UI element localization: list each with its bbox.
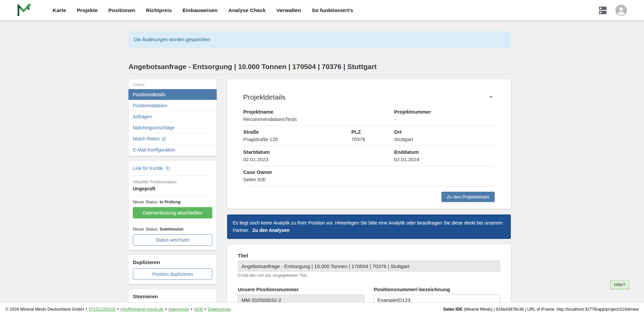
divider [133, 195, 212, 196]
nav-item-verwalten[interactable]: Verwalten [271, 0, 306, 20]
minus-icon: − [489, 93, 493, 100]
page-content: Die Änderungen wurden gespeichert Angebo… [128, 20, 511, 316]
copyright-text: © 2026 Mineral Minds Deutschland GmbH [5, 307, 84, 312]
footer-email-link[interactable]: info@mineral-minds.de [120, 307, 164, 312]
current-status-label: Aktueller Positionsstatus: [133, 180, 212, 184]
saved-success-alert: Die Änderungen wurden gespeichert [128, 31, 511, 48]
sidebar-item-positionsdateien[interactable]: Positionsdateien [128, 100, 217, 111]
separator: • [165, 307, 167, 312]
user-avatar[interactable] [615, 4, 627, 16]
customer-link-label: Link für Kunde [133, 166, 163, 171]
main-nav: Karte Projekte Positionen Richtpreis Ein… [47, 0, 359, 20]
new-status-label: Neuer Status: [133, 227, 158, 232]
field-plz: PLZ 70376 [352, 126, 394, 146]
sidebar-item-label: Matchingvorschläge [133, 125, 175, 130]
new-status-value: In Prüfung [160, 200, 181, 204]
divider [133, 175, 212, 176]
nav-item-karte[interactable]: Karte [47, 0, 71, 20]
page-title: Angebotsanfrage - Entsorgung | 10.000 To… [128, 63, 511, 74]
new-status-in-pruefung: Neuer Status: In Prüfung [133, 200, 212, 204]
field-case-owner: Case Owner Selen IDE [243, 166, 495, 186]
nav-item-so-funktionierts[interactable]: So funktioniert's [307, 0, 359, 20]
footer-phone-link[interactable]: 07151/250100 [89, 307, 116, 312]
field-ort: Ort Stuttgart [394, 126, 495, 146]
divider [133, 223, 212, 223]
copy-icon [165, 166, 170, 171]
avatar-icon [615, 4, 627, 16]
complete-data-entry-button[interactable]: Datenerfassung abschließen [133, 207, 212, 218]
links-header: LINKS [128, 79, 217, 89]
our-position-number-label: Unsere Positionsnummer [238, 287, 364, 292]
new-status-label: Neuer Status: [133, 200, 158, 204]
collapse-card-button[interactable]: − [487, 93, 495, 101]
nav-item-richtpreis[interactable]: Richtpreis [141, 0, 177, 20]
status-card: Link für Kunde Aktueller Positionsstatus… [128, 161, 217, 250]
footer-impressum-link[interactable]: Impressum [168, 307, 189, 312]
sidebar-item-email-konfiguration[interactable]: E-Mail Konfiguration [128, 144, 217, 155]
custom-position-number-label: Positionsnummer/-bezeichnung [374, 287, 500, 292]
help-button[interactable]: Hilfe? [610, 280, 629, 289]
field-projektnummer: Projektnummer - [394, 106, 495, 126]
nav-item-projekte[interactable]: Projekte [71, 0, 103, 20]
app-footer: © 2026 Mineral Minds Deutschland GmbH • … [0, 302, 644, 316]
separator: • [205, 307, 206, 312]
field-projektname: Projektname RecommendationsTests [243, 106, 394, 126]
field-startdatum: Startdatum 02.01.2023 [243, 146, 394, 166]
session-user: Selen IDE [443, 307, 463, 312]
project-details-grid: Projektname RecommendationsTests Projekt… [243, 106, 495, 186]
separator: • [191, 307, 192, 312]
session-details: (Mineral Minds) | 816e43878c38 | URL of … [463, 307, 639, 312]
field-enddatum: Enddatum 02.01.2024 [394, 146, 495, 166]
new-status-value: Submission [160, 227, 183, 232]
left-sidebar: LINKS Positionsdetails Positionsdateien … [128, 79, 217, 316]
navbar-actions [598, 4, 627, 16]
project-details-title: Projektdetails [243, 93, 285, 101]
sidebar-item-label: Anfragen [133, 114, 152, 119]
go-to-project-details-button[interactable]: Zu den Projektdetails [441, 192, 495, 202]
nav-item-positionen[interactable]: Positionen [103, 0, 141, 20]
sidebar-item-label: Match finden [133, 136, 160, 141]
sidebar-item-label: Positionsdetails [133, 92, 165, 97]
duplicate-card: Duplizieren Position duplizieren [128, 255, 217, 284]
titel-help: Erhält den von uns vorgegebenen Titel. [238, 273, 500, 278]
duplicate-position-button[interactable]: Position duplizieren [133, 268, 212, 280]
current-status-value: Ungeprüft [133, 186, 212, 191]
footer-session-info: Selen IDE (Mineral Minds) | 816e43878c38… [443, 307, 639, 312]
titel-label: Titel [238, 253, 500, 258]
links-card: LINKS Positionsdetails Positionsdateien … [128, 79, 217, 156]
sidebar-item-label: E-Mail Konfiguration [133, 147, 175, 152]
top-navbar: Karte Projekte Positionen Richtpreis Ein… [0, 0, 644, 20]
main-column: Projektdetails − Projektname Recommendat… [227, 79, 511, 316]
nav-item-einbauweisen[interactable]: Einbauweisen [177, 0, 223, 20]
new-status-submission: Neuer Status: Submission [133, 227, 212, 232]
sidebar-item-matchingvorschlaege[interactable]: Matchingvorschläge [128, 122, 217, 133]
mineral-minds-logo-icon [16, 4, 31, 17]
go-to-analyses-link[interactable]: Zu den Analysen [252, 228, 290, 233]
app-logo[interactable] [16, 4, 31, 17]
footer-datenschutz-link[interactable]: Datenschutz [208, 307, 231, 312]
server-icon[interactable] [598, 5, 608, 15]
project-details-card: Projektdetails − Projektname Recommendat… [227, 79, 511, 209]
separator: • [86, 307, 87, 312]
change-status-button[interactable]: Status wechseln [133, 234, 212, 246]
sidebar-item-positionsdetails[interactable]: Positionsdetails [128, 89, 217, 100]
sidebar-item-label: Positionsdateien [133, 103, 167, 108]
titel-input [238, 261, 500, 271]
external-link-icon [162, 137, 166, 141]
nav-item-analyse-check[interactable]: Analyse Check [223, 0, 271, 20]
field-strasse: Straße Pragstraße 120 [243, 126, 352, 146]
duplicate-heading: Duplizieren [133, 259, 212, 265]
sidebar-item-match-finden[interactable]: Match finden [128, 133, 217, 144]
sidebar-item-anfragen[interactable]: Anfragen [128, 111, 217, 122]
cancel-heading: Stornieren [133, 294, 212, 299]
footer-agb-link[interactable]: AGB [194, 307, 203, 312]
footer-links: © 2026 Mineral Minds Deutschland GmbH • … [5, 307, 231, 312]
analytics-banner: Es liegt noch keine Analytik zu Ihrer Po… [227, 214, 511, 239]
customer-link[interactable]: Link für Kunde [133, 166, 170, 171]
separator: • [117, 307, 119, 312]
